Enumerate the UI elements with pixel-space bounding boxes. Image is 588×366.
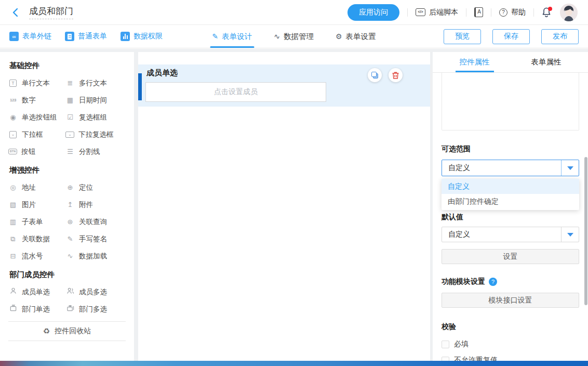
- tab-form-properties[interactable]: 表单属性: [527, 52, 566, 72]
- control-item-serial-number[interactable]: ⊟ 流水号: [8, 251, 65, 261]
- properties-panel: 控件属性 表单属性 可选范围 自定义 自定义 由部门控件确定 默认值 自定义: [433, 52, 588, 361]
- control-label: 成员单选: [22, 287, 50, 297]
- control-label: 下拉框: [22, 130, 43, 139]
- toolbar-link-label: 数据权限: [133, 32, 163, 41]
- help-icon: ?: [499, 8, 507, 17]
- subform-icon: ▥: [8, 217, 18, 227]
- tab-control-properties[interactable]: 控件属性: [456, 52, 494, 72]
- control-item-single-line-text[interactable]: T 单行文本: [8, 78, 65, 88]
- tab-form-settings[interactable]: ⚙ 表单设置: [336, 25, 376, 48]
- related-data-icon: ⧉: [8, 234, 18, 244]
- optional-range-select[interactable]: 自定义: [442, 160, 579, 176]
- control-label: 流水号: [22, 252, 43, 261]
- divider-icon: ☰: [65, 147, 75, 156]
- control-item-radio-group[interactable]: ◉ 单选按钮组: [8, 112, 65, 122]
- checkbox-group-icon: ☑: [65, 113, 75, 122]
- scrollbar-thumb[interactable]: [584, 157, 587, 305]
- control-label: 按钮: [21, 147, 35, 156]
- control-item-select[interactable]: ⌄ 下拉框: [8, 129, 65, 139]
- select-icon: ⌄: [9, 131, 17, 138]
- default-value-select[interactable]: 自定义: [442, 227, 579, 242]
- module-help-icon[interactable]: ?: [489, 278, 497, 286]
- contacts-icon: A: [474, 7, 483, 17]
- optional-range-label: 可选范围: [442, 145, 579, 154]
- tab-data-manage[interactable]: ∿ 数据管理: [274, 25, 314, 48]
- page-title[interactable]: 成员和部门: [29, 5, 73, 19]
- save-button[interactable]: 保存: [492, 29, 530, 44]
- control-item-member-multi[interactable]: 成员多选: [65, 287, 126, 297]
- optional-range-select-wrap: 自定义 自定义 由部门控件确定: [442, 160, 579, 176]
- control-item-attachment[interactable]: ↥ 附件: [65, 200, 126, 210]
- control-item-multi-line-text[interactable]: ≣ 多行文本: [65, 78, 126, 88]
- divider: [407, 8, 408, 17]
- tab-form-design[interactable]: ✎ 表单设计: [212, 25, 252, 48]
- desktop-background-strip: [0, 361, 588, 366]
- toolbar-link-label: 表单外链: [22, 32, 51, 41]
- control-item-address[interactable]: ◎ 地址: [8, 182, 65, 192]
- member-picker-input[interactable]: 点击设置成员: [145, 82, 326, 102]
- datetime-icon: ▦: [65, 96, 75, 105]
- control-item-signature[interactable]: ✎ 手写签名: [65, 234, 126, 244]
- control-item-related-query[interactable]: ⊛ 关联查询: [65, 217, 126, 227]
- dropdown-option-custom[interactable]: 自定义: [442, 179, 579, 194]
- set-button[interactable]: 设置: [442, 249, 579, 264]
- toolbar-actions: 预览 保存 发布: [444, 29, 579, 44]
- control-item-divider[interactable]: ☰ 分割线: [65, 147, 126, 156]
- control-item-subform[interactable]: ▥ 子表单: [8, 217, 65, 227]
- app-access-button[interactable]: 应用访问: [348, 4, 399, 21]
- control-label: 下拉复选框: [78, 130, 114, 139]
- control-item-image[interactable]: ▧ 图片: [8, 200, 65, 210]
- related-query-icon: ⊛: [65, 217, 75, 227]
- control-item-checkbox-group[interactable]: ☑ 复选框组: [65, 112, 126, 122]
- dept-single-icon: [8, 304, 18, 315]
- backend-script-button[interactable]: </> 后端脚本: [416, 8, 458, 17]
- toolbar-link-data-permission[interactable]: 数据权限: [121, 32, 163, 41]
- single-line-text-icon: T: [9, 80, 17, 87]
- copy-component-button[interactable]: [368, 68, 382, 82]
- help-button[interactable]: ? 帮助: [499, 8, 526, 17]
- control-label: 关联数据: [22, 234, 50, 244]
- control-label: 部门单选: [22, 305, 50, 314]
- radio-group-icon: ◉: [8, 113, 18, 122]
- avatar[interactable]: [560, 4, 578, 21]
- dropdown-option-by-dept-control[interactable]: 由部门控件确定: [442, 194, 579, 209]
- control-label: 关联查询: [79, 217, 107, 227]
- delete-component-button[interactable]: [389, 68, 403, 82]
- contacts-button[interactable]: A: [474, 7, 483, 17]
- selected-component-member-single[interactable]: 成员单选 点击设置成员: [138, 64, 430, 107]
- recycle-bin-label: 控件回收站: [55, 326, 91, 336]
- checkbox-icon: [442, 341, 449, 348]
- control-item-multi-select[interactable]: ⌄ 下拉复选框: [65, 129, 126, 139]
- control-item-datetime[interactable]: ▦ 日期时间: [65, 95, 126, 105]
- form-canvas[interactable]: 成员单选 点击设置成员: [138, 52, 430, 361]
- plain-form-icon: [65, 32, 74, 41]
- toolbar-link-plain-form[interactable]: 普通表单: [65, 32, 107, 41]
- form-design-icon: ✎: [212, 32, 218, 41]
- module-api-settings-button[interactable]: 模块接口设置: [442, 293, 579, 308]
- number-icon: 123: [8, 96, 18, 105]
- tab-label: 数据管理: [284, 32, 314, 42]
- back-button[interactable]: [10, 7, 22, 18]
- control-item-location[interactable]: ⊕ 定位: [65, 182, 126, 192]
- publish-button[interactable]: 发布: [541, 29, 579, 44]
- control-item-button[interactable]: BTN 按钮: [8, 147, 65, 156]
- description-textarea[interactable]: [442, 73, 579, 130]
- toolbar-link-external-link[interactable]: ∞ 表单外链: [9, 32, 51, 41]
- main-area: 基础控件 T 单行文本 ≣ 多行文本 123 数字 ▦ 日期时间: [0, 49, 588, 361]
- control-item-related-data[interactable]: ⧉ 关联数据: [8, 234, 65, 244]
- control-item-data-load[interactable]: ∿ 数据加载: [65, 251, 126, 261]
- data-load-icon: ∿: [65, 252, 75, 261]
- button-icon: BTN: [8, 149, 17, 154]
- control-recycle-bin-button[interactable]: ♻ 控件回收站: [8, 321, 126, 341]
- notifications-button[interactable]: [542, 7, 552, 18]
- optional-range-dropdown: 自定义 由部门控件确定: [442, 179, 579, 210]
- control-item-dept-multi[interactable]: 部门多选: [65, 304, 126, 314]
- control-label: 单选按钮组: [22, 113, 57, 122]
- preview-button[interactable]: 预览: [444, 29, 481, 44]
- control-item-member-single[interactable]: 成员单选: [8, 287, 65, 297]
- control-item-dept-single[interactable]: 部门单选: [8, 304, 65, 314]
- control-item-number[interactable]: 123 数字: [8, 95, 65, 105]
- control-label: 部门多选: [79, 305, 107, 314]
- address-icon: ◎: [8, 183, 18, 192]
- checkbox-required[interactable]: 必填: [442, 339, 579, 349]
